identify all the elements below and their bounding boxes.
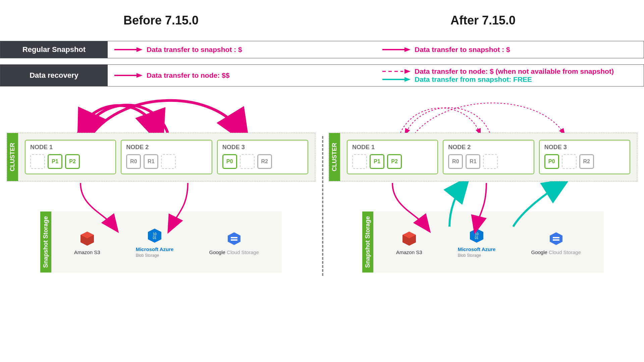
- provider-label: Microsoft AzureBlob Storage: [458, 246, 496, 258]
- legend-text: Data transfer to node: $ (when not avail…: [415, 67, 614, 75]
- legend-label-recovery: Data recovery: [0, 65, 108, 86]
- storage-label: Snapshot Storage: [362, 212, 373, 273]
- provider-label: Microsoft AzureBlob Storage: [136, 246, 174, 258]
- svg-marker-5: [137, 73, 143, 78]
- node-n3: NODE 3P0R2: [539, 140, 630, 174]
- shard-primary: P0: [222, 154, 237, 169]
- provider-label: Amazon S3: [74, 249, 100, 255]
- arrow-icon: [381, 76, 411, 83]
- shard-replica: R0: [448, 154, 463, 169]
- storage-box: Snapshot Storage Amazon S3 1001 Microsof…: [362, 212, 604, 273]
- svg-text:10: 10: [475, 232, 479, 236]
- cluster-box: CLUSTER NODE 1P1P2NODE 2R0R1NODE 3P0R2: [7, 133, 315, 181]
- shard-empty: [30, 154, 45, 169]
- node-n1: NODE 1P1P2: [25, 140, 116, 174]
- provider-label: Google Cloud Storage: [209, 249, 259, 255]
- provider-gcs: Google Cloud Storage: [531, 229, 581, 255]
- shard-replica: R0: [126, 154, 141, 169]
- title-after: After 7.15.0: [322, 13, 644, 27]
- arrow-icon: [381, 46, 411, 53]
- legend-row-recovery: Data recovery Data transfer to node: $$ …: [0, 64, 644, 86]
- shard-empty: [352, 154, 367, 169]
- shard-empty: [161, 154, 176, 169]
- arrow-icon: [113, 72, 143, 79]
- svg-marker-1: [137, 47, 143, 52]
- shard-empty: [240, 154, 255, 169]
- node-n2: NODE 2R0R1: [121, 140, 212, 174]
- node-n2: NODE 2R0R1: [443, 140, 534, 174]
- storage-label: Snapshot Storage: [40, 212, 51, 273]
- legend-text: Data transfer from snapshot: FREE: [415, 75, 532, 83]
- s3-icon: [400, 229, 419, 248]
- svg-rect-28: [553, 237, 559, 238]
- arrow-icon: [113, 46, 143, 53]
- shard-empty: [483, 154, 498, 169]
- gcs-icon: [225, 229, 244, 248]
- svg-text:10: 10: [153, 232, 157, 236]
- node-n1: NODE 1P1P2: [347, 140, 438, 174]
- node-n3: NODE 3P0R2: [217, 140, 308, 174]
- azure-icon: 1001: [467, 226, 486, 245]
- s3-icon: [78, 229, 97, 248]
- svg-marker-7: [405, 69, 411, 74]
- node-title: NODE 1: [352, 144, 433, 151]
- storage-box: Snapshot Storage Amazon S3 1001 Microsof…: [40, 212, 282, 273]
- cluster-label: CLUSTER: [7, 133, 18, 181]
- legend-text: Data transfer to node: $$: [147, 71, 229, 79]
- node-title: NODE 3: [544, 144, 625, 151]
- azure-icon: 1001: [145, 226, 164, 245]
- node-title: NODE 3: [222, 144, 303, 151]
- legend-label-snapshot: Regular Snapshot: [0, 41, 108, 58]
- node-title: NODE 1: [30, 144, 111, 151]
- cluster-box: CLUSTER NODE 1P1P2NODE 2R0R1NODE 3P0R2: [329, 133, 637, 181]
- legend-text: Data transfer to snapshot : $: [415, 46, 510, 54]
- shard-replica: R2: [579, 154, 594, 169]
- node-title: NODE 2: [126, 144, 207, 151]
- svg-marker-16: [228, 232, 240, 245]
- svg-marker-27: [550, 232, 562, 245]
- shard-replica: R1: [466, 154, 480, 169]
- provider-azure: 1001 Microsoft AzureBlob Storage: [136, 226, 174, 258]
- arrow-dashed-icon: [381, 68, 411, 75]
- provider-s3: Amazon S3: [396, 229, 422, 255]
- title-before: Before 7.15.0: [0, 13, 322, 27]
- provider-gcs: Google Cloud Storage: [209, 229, 259, 255]
- shard-empty: [562, 154, 577, 169]
- legend-row-snapshot: Regular Snapshot Data transfer to snapsh…: [0, 41, 644, 58]
- svg-text:01: 01: [153, 236, 157, 240]
- after-panel: CLUSTER NODE 1P1P2NODE 2R0R1NODE 3P0R2 S…: [322, 93, 644, 279]
- provider-label: Amazon S3: [396, 249, 422, 255]
- svg-rect-18: [231, 239, 237, 241]
- provider-label: Google Cloud Storage: [531, 249, 581, 255]
- shard-primary: P0: [544, 154, 559, 169]
- shard-replica: R1: [144, 154, 158, 169]
- shard-primary: P1: [370, 154, 384, 169]
- gcs-icon: [547, 229, 566, 248]
- shard-primary: P1: [48, 154, 62, 169]
- node-title: NODE 2: [448, 144, 529, 151]
- svg-marker-9: [405, 77, 411, 82]
- svg-rect-29: [553, 239, 559, 241]
- shard-primary: P2: [387, 154, 402, 169]
- shard-primary: P2: [65, 154, 80, 169]
- before-panel: CLUSTER NODE 1P1P2NODE 2R0R1NODE 3P0R2 S…: [0, 93, 322, 279]
- provider-azure: 1001 Microsoft AzureBlob Storage: [458, 226, 496, 258]
- legend-text: Data transfer to snapshot : $: [147, 46, 242, 54]
- svg-marker-3: [405, 47, 411, 52]
- svg-text:01: 01: [475, 236, 479, 240]
- svg-rect-17: [231, 237, 237, 238]
- shard-replica: R2: [257, 154, 272, 169]
- cluster-label: CLUSTER: [329, 133, 340, 181]
- provider-s3: Amazon S3: [74, 229, 100, 255]
